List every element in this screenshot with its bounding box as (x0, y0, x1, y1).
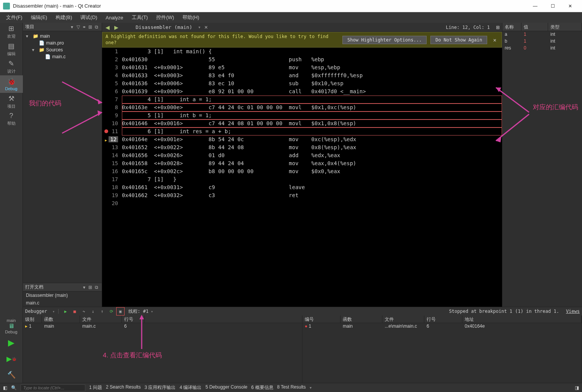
editor-split-icon[interactable]: ⊞ (496, 25, 500, 30)
code-line[interactable] (122, 199, 502, 207)
code-line[interactable]: 0x401630 55 push %ebp (122, 56, 502, 64)
variable-row[interactable]: res0int (502, 45, 582, 52)
mode-项目[interactable]: ⚒项目 (0, 93, 23, 110)
step-into-button[interactable]: ↓ (90, 308, 96, 315)
menu-调试(D)[interactable]: 调试(D) (77, 13, 101, 22)
warning-close-button[interactable]: ✕ (491, 37, 499, 43)
variables-header: 名称 值 类型 (502, 23, 582, 31)
add-icon[interactable]: ⊞ (87, 24, 93, 30)
split-icon[interactable]: ⧉ (93, 24, 99, 30)
editor-tab[interactable]: Disassembler (main) (132, 24, 196, 30)
restart-button[interactable]: ⟳ (108, 308, 115, 315)
tree-item[interactable]: 📄main.c (24, 53, 100, 60)
tab-dropdown-icon[interactable]: ▾ (198, 25, 200, 29)
mode-欢迎[interactable]: ⊞欢迎 (0, 23, 23, 40)
variable-row[interactable]: a1int (502, 31, 582, 38)
close-button[interactable]: ✕ (561, 0, 579, 12)
code-line[interactable]: 0x401636 <+0x0006> 83 ec 10 sub $0x10,%e… (122, 80, 502, 88)
locator-input[interactable] (21, 384, 85, 391)
open-doc-item[interactable]: Disassembler (main) (23, 292, 102, 299)
project-tree[interactable]: ▾📁main📄main.pro▾📁Sources📄main.c (23, 31, 102, 62)
code-line[interactable]: 0x401639 <+0x0009> e8 92 01 00 00 call 0… (122, 88, 502, 96)
tab-close-button[interactable]: ✕ (203, 24, 209, 31)
thread-selector[interactable]: 线程: #1 (128, 308, 149, 315)
run-target-selector[interactable]: main 🖥 Debug (0, 317, 23, 335)
views-link[interactable]: Views (566, 309, 580, 314)
add-doc-icon[interactable]: ⊞ (87, 285, 93, 290)
code-line[interactable]: 0x401646 <+0x0016> c7 44 24 08 01 00 00 … (122, 120, 502, 127)
menu-编辑(E)[interactable]: 编辑(E) (27, 13, 51, 22)
maximize-button[interactable]: ☐ (544, 0, 561, 12)
stack-frame-row[interactable]: ▸1 main main.c 6 (23, 323, 302, 330)
sidebar-toggle-icon[interactable]: ◧ (3, 385, 7, 390)
code-line[interactable]: 0x40163e <+0x000e> c7 44 24 0c 01 00 00 … (122, 104, 502, 112)
debug-stacks: 级别 函数 文件 行号 ▸1 main main.c 6 编号 (23, 316, 582, 383)
toggle-right-sidebar-icon[interactable]: ◨ (575, 385, 579, 390)
code-line[interactable]: 4 [1] int a = 1; (122, 96, 502, 104)
do-not-show-again-button[interactable]: Do Not Show Again (430, 36, 487, 44)
code-line[interactable]: 0x401633 <+0x0003> 83 e4 f0 and $0xfffff… (122, 72, 502, 80)
run-mode-label: Debug (5, 330, 17, 334)
mode-帮助[interactable]: ?帮助 (0, 110, 23, 128)
mode-bar: ⊞欢迎▤编辑✎设计🐞Debug⚒项目?帮助 main 🖥 Debug ▶ ▶🐞 … (0, 23, 23, 383)
toggle-disassembly-button[interactable]: ▣ (117, 308, 124, 315)
output-tab[interactable]: 4 编译输出 (179, 384, 201, 391)
output-tab[interactable]: 1 问题 (89, 384, 102, 391)
output-tab[interactable]: 5 Debugger Console (205, 384, 247, 391)
nav-back-button[interactable]: ◀ (104, 24, 111, 30)
code-line[interactable]: 6 [1] int res = a + b; (122, 127, 502, 135)
mode-设计[interactable]: ✎设计 (0, 58, 23, 75)
code-line[interactable]: 0x401652 <+0x0022> 8b 44 24 08 mov 0x8(%… (122, 143, 502, 151)
funnel-icon[interactable]: ▽ (75, 24, 81, 30)
code-line[interactable]: 0x401661 <+0x0031> c9 leave (122, 183, 502, 191)
variables-panel: 名称 值 类型 a1intb1intres0int (502, 23, 582, 307)
menu-工具(T)[interactable]: 工具(T) (128, 13, 152, 22)
build-button[interactable]: 🔨 (0, 367, 23, 383)
link-icon[interactable]: ⚭ (81, 24, 87, 30)
tree-item[interactable]: ▾📁main (24, 33, 100, 40)
nav-forward-button[interactable]: ▶ (113, 24, 120, 30)
code-line[interactable]: ▸0x40164e <+0x001e> 8b 54 24 0c mov 0xc(… (122, 135, 502, 143)
stop-button[interactable]: ■ (71, 308, 78, 315)
disassembly-code-area[interactable]: 1234567891011121314151617181920 3 [1] in… (102, 48, 502, 307)
filter-icon[interactable]: ▾ (69, 24, 75, 30)
output-tab[interactable]: 6 概要信息 (251, 384, 273, 391)
open-doc-item[interactable]: main.c (23, 299, 102, 307)
breakpoint-row[interactable]: ● 1 main ...e\main\main.c 6 0x40164e (302, 323, 582, 330)
stack2-col-addr: 地址 (462, 316, 582, 323)
continue-button[interactable]: ▶ (62, 308, 69, 315)
highlighter-warning-bar: A highlight definition was not found for… (102, 32, 502, 48)
menu-控件(W)[interactable]: 控件(W) (152, 13, 178, 22)
variable-row[interactable]: b1int (502, 38, 582, 45)
menubar: 文件(F)编辑(E)构建(B)调试(D)Analyze工具(T)控件(W)帮助(… (0, 12, 582, 23)
debug-run-button[interactable]: ▶🐞 (0, 351, 23, 367)
menu-Analyze[interactable]: Analyze (102, 13, 127, 22)
code-line[interactable]: 0x401656 <+0x0026> 01 d0 add %edx,%eax (122, 151, 502, 159)
step-out-button[interactable]: ↑ (99, 308, 106, 315)
code-line[interactable]: 0x401658 <+0x0028> 89 44 24 04 mov %eax,… (122, 159, 502, 167)
menu-帮助(H)[interactable]: 帮助(H) (179, 13, 203, 22)
step-over-button[interactable]: ↷ (80, 308, 87, 315)
menu-文件(F)[interactable]: 文件(F) (2, 13, 26, 22)
run-button[interactable]: ▶ (0, 335, 23, 351)
mode-编辑[interactable]: ▤编辑 (0, 40, 23, 58)
mode-Debug[interactable]: 🐞Debug (0, 75, 23, 93)
show-highlighter-options-button[interactable]: Show Highlighter Options... (342, 36, 427, 44)
menu-构建(B)[interactable]: 构建(B) (52, 13, 76, 22)
code-line[interactable]: 7 [1] } (122, 175, 502, 183)
code-line[interactable]: 5 [1] int b = 1; (122, 112, 502, 120)
output-tab[interactable]: 2 Search Results (106, 384, 141, 391)
var-col-type: 类型 (548, 23, 582, 31)
output-tab[interactable]: 8 Test Results (277, 384, 306, 391)
code-line[interactable]: 0x401631 <+0x0001> 89 e5 mov %esp,%ebp (122, 64, 502, 72)
code-line[interactable]: 0x401662 <+0x0032> c3 ret (122, 191, 502, 199)
output-tab[interactable]: 3 应用程序输出 (144, 384, 176, 391)
code-line[interactable]: 0x40165c <+0x002c> b8 00 00 00 00 mov $0… (122, 167, 502, 175)
code-line[interactable]: 3 [1] int main() { (122, 48, 502, 56)
chevron-down-icon[interactable]: ▾ (81, 285, 87, 290)
stack2-col-function: 函数 (341, 316, 382, 323)
tree-item[interactable]: ▾📁Sources (24, 46, 100, 53)
tree-item[interactable]: 📄main.pro (24, 40, 100, 46)
split-doc-icon[interactable]: ⧉ (93, 285, 99, 290)
minimize-button[interactable]: — (526, 0, 544, 12)
